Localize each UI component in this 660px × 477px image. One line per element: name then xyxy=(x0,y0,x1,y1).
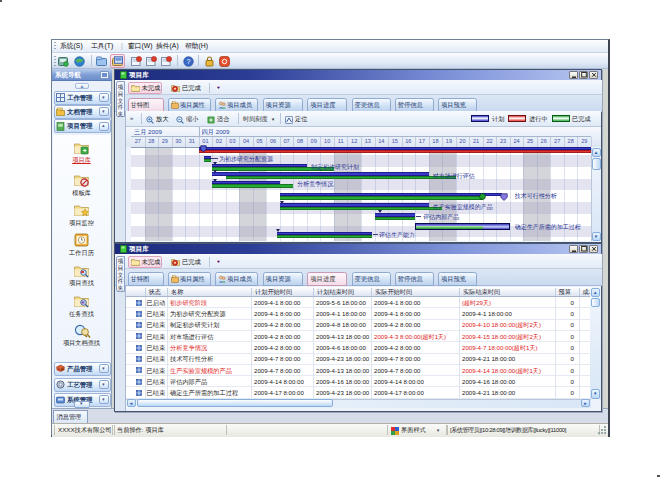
svg-text:?: ? xyxy=(187,58,191,65)
